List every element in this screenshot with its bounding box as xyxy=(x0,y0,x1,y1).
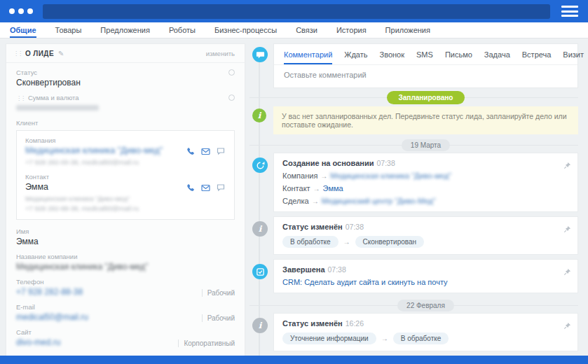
status-label: Статус xyxy=(16,69,235,76)
chat-icon[interactable] xyxy=(217,147,226,156)
pin-icon[interactable] xyxy=(563,223,571,236)
site-label: Сайт xyxy=(16,328,235,336)
browser-top-bar xyxy=(0,0,588,22)
tab-robots[interactable]: Роботы xyxy=(169,22,196,38)
field-settings-icon[interactable] xyxy=(228,94,235,101)
timeline-panel: Комментарий Ждать Звонок SMS Письмо Зада… xyxy=(249,43,578,356)
window-dot-icon[interactable] xyxy=(9,8,15,14)
window-dot-icon[interactable] xyxy=(18,8,24,14)
info-icon: i xyxy=(252,108,266,122)
entry-row: Компания→Медицинская клиника "Диво-мед" xyxy=(282,172,559,180)
tab-letter[interactable]: Письмо xyxy=(445,50,472,64)
site-field: Сайт divo-med.ru Корпоративный xyxy=(16,328,235,348)
about-lead-section: ⋮⋮ О ЛИДЕ ✎ изменить Статус Сконвертиров… xyxy=(6,43,245,356)
footer-bar xyxy=(0,356,588,364)
tab-wait[interactable]: Ждать xyxy=(344,50,367,64)
name-value: Эмма xyxy=(16,237,235,247)
tab-products[interactable]: Товары xyxy=(55,22,82,38)
status-transition: Уточнение информации → В обработке xyxy=(282,332,559,344)
date-pill: 22 Февраля xyxy=(397,300,454,312)
entry-title: Статус изменён16:26 xyxy=(282,319,559,328)
contact-company: Медицинская клиника "Диво-мед" xyxy=(25,195,226,202)
tab-quotes[interactable]: Предложения xyxy=(100,22,150,38)
status-badge-to: В обработке xyxy=(393,332,449,344)
field-settings-icon[interactable] xyxy=(228,69,235,76)
company-contact-details: +7 928 282-00-38, medical50@mail.ru xyxy=(25,158,226,166)
planned-button[interactable]: Запланировано xyxy=(387,91,465,104)
tab-history[interactable]: История xyxy=(336,22,367,38)
sync-icon xyxy=(252,158,268,173)
client-field-label: Клиент xyxy=(16,119,235,127)
window-dot-icon[interactable] xyxy=(27,8,33,14)
tab-business-processes[interactable]: Бизнес-процессы xyxy=(214,22,277,38)
timeline-entry-task-completed: Завершена07:38 CRM: Сделать аудит сайта … xyxy=(273,259,578,293)
edit-section-link[interactable]: изменить xyxy=(206,50,235,57)
company-link[interactable]: Медицинская клиника "Диво-мед" xyxy=(330,172,451,180)
status-badge-to: Сконвертирован xyxy=(355,236,424,248)
company-name-label: Название компании xyxy=(16,253,235,260)
phone-label: Телефон xyxy=(16,278,235,286)
tab-call[interactable]: Звонок xyxy=(380,50,405,64)
lead-details-panel: ⋮⋮ О ЛИДЕ ✎ изменить Статус Сконвертиров… xyxy=(6,43,245,356)
pin-icon[interactable] xyxy=(563,320,571,332)
composer-tabs: Комментарий Ждать Звонок SMS Письмо Зада… xyxy=(274,44,577,64)
date-separator: 22 Февраля xyxy=(273,298,578,313)
planned-row: Запланировано xyxy=(273,88,578,106)
contact-link[interactable]: Эмма xyxy=(323,184,343,192)
email-label: E-mail xyxy=(16,303,235,311)
tab-sms[interactable]: SMS xyxy=(416,50,433,64)
deal-link[interactable]: Медицинский центр "Диво-Мед" xyxy=(322,197,436,205)
phone-type: Рабочий xyxy=(202,289,235,297)
task-check-icon xyxy=(252,264,268,279)
tab-visit[interactable]: Визит xyxy=(563,50,584,64)
comment-bubble-icon xyxy=(252,47,268,62)
about-lead-header: ⋮⋮ О ЛИДЕ ✎ изменить xyxy=(6,44,245,63)
status-badge-from: В обработке xyxy=(282,236,339,248)
entry-title: Статус изменён07:38 xyxy=(282,223,559,231)
date-pill: 19 Марта xyxy=(402,139,450,151)
email-icon[interactable] xyxy=(201,147,210,156)
status-value: Сконвертирован xyxy=(16,78,235,88)
company-block: Компания Медицинская клиника "Диво-мед" … xyxy=(25,136,226,166)
amount-field: ⋮⋮Сумма и валюта xyxy=(16,94,235,111)
activity-composer: Комментарий Ждать Звонок SMS Письмо Зада… xyxy=(273,43,578,88)
drag-handle-icon[interactable]: ⋮⋮ xyxy=(16,95,25,102)
entry-row: Сделка→Медицинский центр "Диво-Мед" xyxy=(282,197,559,205)
pencil-icon[interactable]: ✎ xyxy=(58,50,64,57)
main-content: ⋮⋮ О ЛИДЕ ✎ изменить Статус Сконвертиров… xyxy=(0,38,588,356)
window-controls xyxy=(9,8,33,14)
tab-applications[interactable]: Приложения xyxy=(385,22,430,38)
arrow-icon: → xyxy=(312,197,319,205)
entry-row: CRM: Сделать аудит сайта и скинуть на по… xyxy=(282,278,559,286)
contact-block: Контакт Эмма Медицинская клиника "Диво-м… xyxy=(25,173,226,212)
comment-input[interactable]: Оставьте комментарий xyxy=(274,64,577,88)
pin-icon[interactable] xyxy=(563,160,571,172)
drag-handle-icon[interactable]: ⋮⋮ xyxy=(13,51,22,57)
chat-icon[interactable] xyxy=(217,183,226,192)
contact-details: +7 928 282-88-38, medical50@mail.ru xyxy=(25,204,226,212)
tab-links[interactable]: Связи xyxy=(296,22,317,38)
tab-general[interactable]: Общие xyxy=(10,22,36,38)
phone-icon[interactable] xyxy=(186,147,195,156)
status-field: Статус Сконвертирован xyxy=(16,69,235,88)
email-icon[interactable] xyxy=(201,183,210,192)
info-icon: i xyxy=(252,318,268,333)
name-label: Имя xyxy=(16,227,235,235)
arrow-icon: → xyxy=(320,172,327,180)
contact-name[interactable]: Эмма xyxy=(25,182,48,192)
timeline-entry-status-change: i Статус изменён16:26 Уточнение информац… xyxy=(273,313,578,351)
client-label: Клиент xyxy=(16,119,235,127)
address-bar[interactable] xyxy=(43,4,550,19)
info-icon: i xyxy=(252,221,268,237)
phone-icon[interactable] xyxy=(186,183,195,192)
task-link[interactable]: CRM: Сделать аудит сайта и скинуть на по… xyxy=(282,278,448,286)
phone-field: Телефон +7 928 282-88-38 Рабочий xyxy=(16,278,235,298)
hamburger-menu-icon[interactable] xyxy=(561,6,578,17)
tab-meeting[interactable]: Встреча xyxy=(522,50,552,64)
arrow-icon: → xyxy=(381,335,388,342)
company-name-link[interactable]: Медицинская клиника "Диво-мед" xyxy=(25,146,163,155)
tab-task[interactable]: Задача xyxy=(484,50,510,64)
pin-icon[interactable] xyxy=(563,266,571,279)
tab-comment[interactable]: Комментарий xyxy=(284,50,332,64)
amount-label: ⋮⋮Сумма и валюта xyxy=(16,94,235,102)
